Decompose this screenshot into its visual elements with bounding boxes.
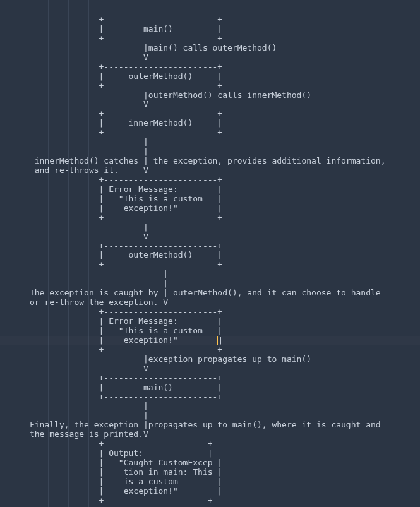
code-line[interactable]: +-----------------------+: [0, 63, 420, 72]
code-line[interactable]: | "This is a custom |: [0, 194, 420, 204]
code-line[interactable]: | outerMethod() |: [0, 251, 420, 260]
code-line[interactable]: +-----------------------+: [0, 345, 420, 355]
code-line[interactable]: |: [0, 270, 420, 279]
code-line[interactable]: | outerMethod() |: [0, 72, 420, 81]
code-line[interactable]: +-----------------------+: [0, 307, 420, 317]
code-line[interactable]: | tion in main: This |: [0, 468, 420, 477]
code-line[interactable]: |outerMethod() calls innerMethod(): [0, 91, 420, 100]
code-line[interactable]: | Error Message: |: [0, 185, 420, 194]
code-line[interactable]: +-----------------------+: [0, 242, 420, 251]
code-line[interactable]: |: [0, 147, 420, 157]
code-line[interactable]: The exception is caught by | outerMethod…: [0, 289, 420, 298]
code-line[interactable]: +-----------------------+: [0, 81, 420, 91]
code-line[interactable]: +-----------------------+: [0, 393, 420, 402]
code-line[interactable]: +-----------------------+: [0, 15, 420, 25]
code-line[interactable]: +---------------------+: [0, 439, 420, 449]
code-line[interactable]: | exception!" |: [0, 204, 420, 213]
code-line[interactable]: the message is printed.V: [0, 430, 420, 439]
code-content[interactable]: +-----------------------+ | main() | +--…: [0, 0, 420, 506]
code-text: | exception!": [0, 335, 217, 345]
code-line[interactable]: V: [0, 100, 420, 109]
code-line[interactable]: |main() calls outerMethod(): [0, 44, 420, 53]
code-text: |: [218, 335, 223, 345]
code-line[interactable]: | innerMethod() |: [0, 119, 420, 128]
code-line[interactable]: +-----------------------+: [0, 374, 420, 383]
code-line[interactable]: +-----------------------+: [0, 34, 420, 44]
code-line[interactable]: |: [0, 223, 420, 232]
code-line[interactable]: |: [0, 138, 420, 147]
code-line[interactable]: | main() |: [0, 383, 420, 393]
code-line[interactable]: +-----------------------+: [0, 176, 420, 185]
code-line[interactable]: | is a custom |: [0, 477, 420, 487]
code-line[interactable]: |exception propagates up to main(): [0, 355, 420, 364]
code-line[interactable]: Finally, the exception |propagates up to…: [0, 421, 420, 430]
code-line[interactable]: | exception!" |: [0, 487, 420, 496]
code-line[interactable]: V: [0, 53, 420, 63]
code-line[interactable]: +---------------------+: [0, 496, 420, 506]
code-line[interactable]: | "This is a custom |: [0, 326, 420, 336]
code-line[interactable]: | Output: |: [0, 449, 420, 458]
code-line[interactable]: +-----------------------+: [0, 260, 420, 270]
code-line[interactable]: V: [0, 364, 420, 374]
code-line[interactable]: |: [0, 279, 420, 289]
code-line[interactable]: | Error Message: |: [0, 317, 420, 326]
code-line[interactable]: |: [0, 411, 420, 421]
code-line[interactable]: +-----------------------+: [0, 128, 420, 138]
code-line[interactable]: |: [0, 402, 420, 411]
code-line[interactable]: +-----------------------+: [0, 213, 420, 223]
code-line[interactable]: innerMethod() catches | the exception, p…: [0, 157, 420, 166]
code-line[interactable]: +-----------------------+: [0, 109, 420, 119]
code-line[interactable]: | "Caught CustomExcep-|: [0, 458, 420, 468]
code-line[interactable]: | main() |: [0, 25, 420, 34]
code-line[interactable]: | exception!" |: [0, 336, 420, 345]
code-line[interactable]: V: [0, 232, 420, 242]
code-line[interactable]: and re-throws it. V: [0, 166, 420, 176]
code-line[interactable]: or re-throw the exception. V: [0, 298, 420, 307]
